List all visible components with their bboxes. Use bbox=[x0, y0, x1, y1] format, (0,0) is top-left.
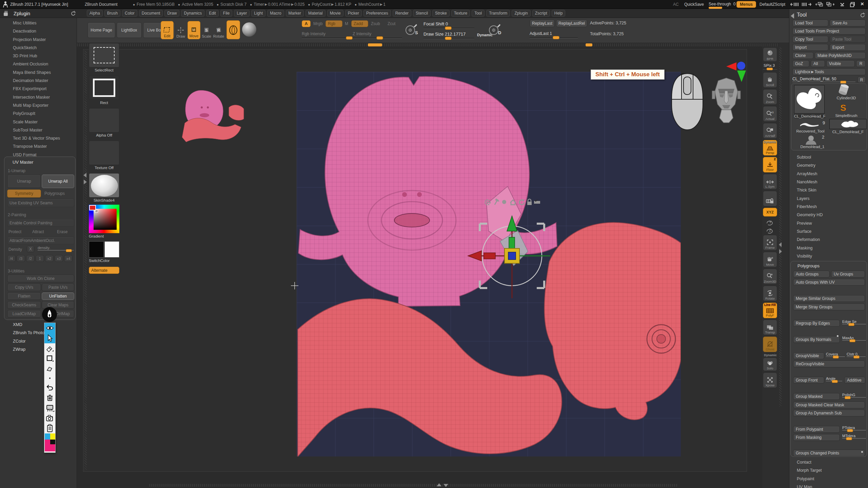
draw-size-slider[interactable]: Draw Size 212.17717 bbox=[423, 31, 474, 39]
groups-by-normals-button[interactable]: Groups By Normals bbox=[793, 336, 840, 343]
max-angle-slider[interactable]: MaxAn bbox=[842, 336, 866, 341]
xpose-button[interactable]: Xpose bbox=[763, 372, 777, 388]
menu-item[interactable]: Movie bbox=[327, 10, 343, 17]
checkseams-button[interactable]: CheckSeams bbox=[7, 301, 41, 309]
enable-control-painting-button[interactable]: Enable Control Painting bbox=[7, 219, 74, 227]
regroupvisible-button[interactable]: ReGroupVisible bbox=[793, 361, 865, 367]
menu-item[interactable]: Texture bbox=[451, 10, 470, 17]
angle-slider[interactable]: Angle bbox=[826, 377, 842, 381]
adjust-last-slider[interactable]: AdjustLast 1 bbox=[530, 30, 578, 38]
tool-section-row[interactable]: NanoMesh bbox=[789, 178, 868, 186]
goz-all-button[interactable]: All bbox=[811, 60, 825, 67]
solo-button[interactable]: Solo bbox=[763, 358, 777, 371]
zplugin-item[interactable]: XMD bbox=[0, 321, 77, 329]
tool-section-row[interactable]: Thick Skin bbox=[789, 186, 868, 194]
zplugin-item[interactable]: Multi Map Exporter bbox=[0, 101, 77, 109]
rotate-3d-button[interactable]: Rotate bbox=[763, 286, 777, 301]
axis-orientation-widget[interactable] bbox=[726, 61, 751, 83]
menu-item[interactable]: Alpha bbox=[87, 10, 103, 17]
select-cursor-icon[interactable] bbox=[44, 333, 55, 343]
import-button[interactable]: Import bbox=[792, 44, 828, 51]
secondary-color-swatch[interactable] bbox=[104, 241, 119, 258]
menu-item[interactable]: Transform bbox=[486, 10, 510, 17]
right-divider-up[interactable] bbox=[779, 242, 782, 247]
scroll-button[interactable]: Scroll bbox=[763, 72, 777, 88]
home-page-button[interactable]: Home Page bbox=[87, 22, 115, 38]
zsub-button[interactable]: Zsub bbox=[371, 21, 380, 26]
camera-icon[interactable] bbox=[44, 413, 55, 423]
rgb-intensity-slider[interactable]: Rgb Intensity bbox=[302, 30, 351, 39]
select-rect-thumbnail[interactable] bbox=[89, 43, 119, 67]
polish-groups-slider[interactable]: PolishG bbox=[842, 393, 866, 398]
density-mult-button[interactable]: 1 bbox=[36, 255, 44, 262]
menu-item[interactable]: Dynamics bbox=[181, 10, 204, 17]
recovered-tool-thumbnail[interactable] bbox=[799, 122, 820, 128]
density-x-button[interactable]: X bbox=[27, 246, 34, 252]
auto-groups-with-uv-button[interactable]: Auto Groups With UV bbox=[793, 279, 865, 286]
zplugin-item[interactable]: Decimation Master bbox=[0, 77, 77, 85]
export-button[interactable]: Export bbox=[830, 44, 866, 51]
attract-button[interactable]: Attract bbox=[32, 229, 44, 234]
floor-button[interactable]: Z Floor bbox=[763, 157, 777, 172]
tool-section-row[interactable]: UV Map bbox=[789, 483, 868, 488]
goz-r-button[interactable]: R bbox=[856, 60, 866, 67]
zplugin-item[interactable]: Scale Master bbox=[0, 118, 77, 126]
menu-item[interactable]: Marker bbox=[286, 10, 304, 17]
material-sphere-icon[interactable] bbox=[242, 22, 256, 37]
zoom3d-button[interactable]: Zoom3D bbox=[763, 269, 777, 284]
frame-button[interactable]: Frame bbox=[763, 235, 777, 250]
tool-section-row[interactable]: Subtool bbox=[789, 153, 868, 161]
tray-left-icon[interactable] bbox=[790, 2, 800, 7]
lightbox-tools-button[interactable]: Lightbox►Tools bbox=[792, 68, 866, 75]
menu-item[interactable]: Layer bbox=[234, 10, 250, 17]
rotate-button[interactable]: R Rotate bbox=[213, 21, 224, 39]
menu-item[interactable]: Tool bbox=[472, 10, 485, 17]
menu-item[interactable]: Zscript bbox=[532, 10, 550, 17]
ghost-button[interactable]: Ghost bbox=[763, 337, 777, 352]
aahalf-button[interactable]: AAHalf bbox=[763, 123, 777, 139]
load-tools-from-project-button[interactable]: Load Tools From Project bbox=[792, 28, 866, 35]
polyframe-button[interactable]: Line Fill PolyF bbox=[763, 303, 777, 318]
tool-section-row[interactable]: Deformation bbox=[789, 236, 868, 244]
lsym-button[interactable]: L.Sym bbox=[763, 174, 777, 189]
clipboard-icon[interactable] bbox=[44, 423, 55, 433]
edge-smoothness-slider[interactable]: Edge Se bbox=[842, 320, 866, 324]
see-through-slider[interactable]: See-through 0 bbox=[709, 2, 735, 6]
from-polypaint-button[interactable]: From Polypaint bbox=[793, 426, 840, 433]
paste-uvs-button[interactable]: Paste UVs bbox=[42, 284, 74, 291]
eraser-icon[interactable] bbox=[44, 343, 55, 353]
bottom-divider-up-arrow[interactable] bbox=[437, 483, 441, 486]
stroke-thumbnail[interactable] bbox=[89, 76, 119, 100]
alpha-thumbnail[interactable] bbox=[89, 108, 119, 133]
actual-button[interactable]: x1 Actual bbox=[763, 106, 777, 122]
shelf-scrollbar-thumb[interactable] bbox=[368, 43, 382, 46]
focal-shift-slider[interactable]: Focal Shift 0 bbox=[423, 21, 474, 29]
lightbox-button[interactable]: LightBox bbox=[117, 22, 142, 38]
sv-box[interactable] bbox=[94, 209, 117, 230]
zadd-button[interactable]: Zadd bbox=[351, 20, 368, 27]
cylinder3d-thumbnail[interactable] bbox=[835, 84, 852, 95]
trash-icon[interactable] bbox=[44, 393, 55, 403]
protect-button[interactable]: Protect bbox=[8, 229, 21, 234]
polygroups-toggle[interactable]: Polygroups bbox=[44, 191, 65, 196]
a-toggle-button[interactable]: A bbox=[302, 20, 311, 27]
tool-section-row[interactable]: FiberMesh bbox=[789, 203, 868, 211]
spix-slider-label[interactable]: SPix 3 bbox=[764, 63, 775, 67]
whiteboard-icon[interactable] bbox=[44, 403, 55, 413]
right-divider-down[interactable] bbox=[779, 249, 782, 254]
shelf-scrollbar-thumb2[interactable] bbox=[586, 43, 592, 46]
rgb-button[interactable]: Rgb bbox=[326, 20, 342, 27]
menu-item[interactable]: Macro bbox=[267, 10, 284, 17]
groupvisible-button[interactable]: GroupVisible bbox=[793, 352, 824, 359]
menu-item[interactable]: Document bbox=[139, 10, 163, 17]
symmetry-button[interactable]: Symmetry bbox=[7, 189, 41, 198]
material-thumbnail[interactable] bbox=[89, 173, 119, 198]
save-as-button[interactable]: Save As bbox=[830, 20, 866, 26]
close-button[interactable]: × bbox=[861, 1, 864, 7]
bottom-divider[interactable] bbox=[149, 484, 678, 487]
loadctrlmap-button[interactable]: LoadCtrlMap bbox=[7, 310, 41, 318]
zplugin-item[interactable]: PolyGroupIt bbox=[0, 109, 77, 118]
goz-button[interactable]: GoZ bbox=[792, 60, 809, 67]
ptolerance-slider[interactable]: PTolera bbox=[842, 426, 866, 430]
tool-section-row[interactable]: Surface bbox=[789, 227, 868, 236]
